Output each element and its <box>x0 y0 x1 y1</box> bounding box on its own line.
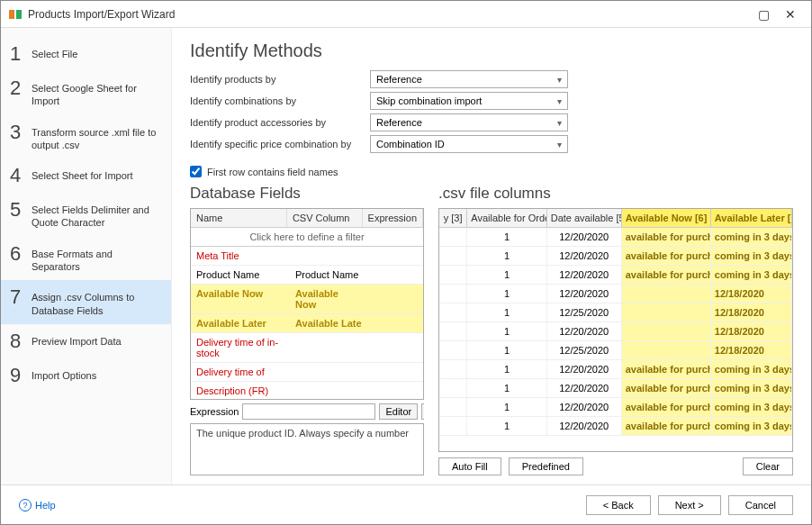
csv-cell: coming in 3 days <box>711 228 792 246</box>
step-label-1: Select File <box>32 44 162 60</box>
csv-col-header[interactable]: Available Later [7] <box>711 209 792 227</box>
help-link[interactable]: ? Help <box>19 499 56 511</box>
wizard-step-2[interactable]: 2Select Google Sheet for Import <box>1 71 171 115</box>
csv-row[interactable]: 112/20/202012/18/2020 <box>439 322 792 341</box>
csv-row[interactable]: 112/20/2020available for purchasecoming … <box>439 417 792 436</box>
csv-cell: 1 <box>467 341 546 359</box>
next-button[interactable]: Next > <box>658 495 721 515</box>
csv-cell <box>622 322 711 340</box>
csv-cell <box>439 266 467 284</box>
csv-cell: 12/18/2020 <box>711 285 792 303</box>
csv-cell: 12/18/2020 <box>711 303 792 321</box>
csv-cell: 1 <box>467 285 546 303</box>
csv-row[interactable]: 112/20/2020available for purchasecoming … <box>439 360 792 379</box>
csv-cell: 12/20/2020 <box>547 285 622 303</box>
db-cell-name: Product Name <box>191 266 290 284</box>
editor-button[interactable]: Editor <box>379 403 418 420</box>
back-button[interactable]: < Back <box>586 495 651 515</box>
csv-row[interactable]: 112/20/2020available for purchasecoming … <box>439 228 792 247</box>
db-row[interactable]: Available LaterAvailable Late <box>191 314 423 333</box>
db-cell-csv <box>290 363 367 381</box>
csv-cell <box>439 398 467 416</box>
db-cell-csv <box>290 333 367 362</box>
csv-cell <box>622 303 711 321</box>
db-row[interactable]: Meta Title <box>191 247 423 266</box>
wizard-step-5[interactable]: 5Select Fields Delimiter and Quote Chara… <box>1 193 171 237</box>
csv-cell <box>439 303 467 321</box>
first-row-checkbox[interactable] <box>190 166 202 177</box>
csv-cell: 12/20/2020 <box>547 379 622 397</box>
identify-select-2[interactable]: Reference▾ <box>370 113 568 131</box>
db-col-expr[interactable]: Expression <box>363 209 423 227</box>
step-label-2: Select Google Sheet for Import <box>32 78 162 108</box>
csv-row[interactable]: 112/25/202012/18/2020 <box>439 341 792 360</box>
csv-preview-grid[interactable]: y [3]Available for Order [4]Date availab… <box>438 208 793 452</box>
chevron-down-icon: ▾ <box>557 140 562 149</box>
wizard-step-8[interactable]: 8Preview Import Data <box>1 324 171 358</box>
identify-select-0[interactable]: Reference▾ <box>370 70 568 88</box>
chevron-down-icon: ▾ <box>557 96 562 106</box>
csv-cell: available for purchase <box>622 417 711 435</box>
wizard-step-9[interactable]: 9Import Options <box>1 358 171 393</box>
csv-col-header[interactable]: Date available [5] <box>547 209 622 227</box>
csv-cell: coming in 3 days <box>711 360 792 378</box>
csv-col-header[interactable]: Available for Order [4] <box>467 209 546 227</box>
csv-row[interactable]: 112/20/2020available for purchasecoming … <box>439 266 792 285</box>
step-number-8: 8 <box>10 331 32 351</box>
csv-cell: 12/20/2020 <box>547 247 622 265</box>
autofill-button[interactable]: Auto Fill <box>438 457 501 475</box>
csv-cell: coming in 3 days <box>711 398 792 416</box>
csv-cell: available for purchase <box>622 228 711 246</box>
db-col-name[interactable]: Name <box>191 209 287 227</box>
db-filter-row[interactable]: Click here to define a filter <box>191 228 423 247</box>
close-button[interactable]: ✕ <box>777 1 804 28</box>
expression-input[interactable] <box>242 403 375 420</box>
db-row[interactable]: Product NameProduct Name <box>191 266 423 285</box>
step-label-5: Select Fields Delimiter and Quote Charac… <box>32 200 162 230</box>
wizard-step-3[interactable]: 3Transform source .xml file to output .c… <box>1 115 171 159</box>
step-number-7: 7 <box>10 287 32 307</box>
maximize-button[interactable]: ▢ <box>750 1 777 28</box>
csv-cell <box>439 322 467 340</box>
csv-row[interactable]: 112/20/202012/18/2020 <box>439 285 792 303</box>
step-number-2: 2 <box>10 78 32 98</box>
db-row[interactable]: Delivery time of <box>191 363 423 382</box>
field-description: The unique product ID. Always specify a … <box>190 423 424 475</box>
db-col-csv[interactable]: CSV Column <box>287 209 363 227</box>
csv-columns-heading: .csv file columns <box>438 185 793 203</box>
footer: ? Help < Back Next > Cancel <box>1 484 811 524</box>
clear-button[interactable]: Clear <box>743 457 793 475</box>
step-number-4: 4 <box>10 166 32 186</box>
identify-select-1[interactable]: Skip combination import▾ <box>370 92 568 110</box>
csv-row[interactable]: 112/20/2020available for purchasecoming … <box>439 398 792 417</box>
wizard-step-7[interactable]: 7Assign .csv Columns to Database Fields <box>1 280 171 324</box>
db-cell-csv <box>290 382 367 399</box>
identify-select-3[interactable]: Combination ID▾ <box>370 135 568 153</box>
step-label-6: Base Formats and Separators <box>32 244 162 274</box>
db-cell-name: Meta Title <box>191 247 290 265</box>
db-row[interactable]: Available NowAvailable Now <box>191 285 423 314</box>
check-button[interactable]: Check <box>421 403 424 420</box>
csv-row[interactable]: 112/20/2020available for purchasecoming … <box>439 247 792 266</box>
csv-row[interactable]: 112/20/2020available for purchasecoming … <box>439 379 792 398</box>
identify-label-2: Identify product accessories by <box>190 117 370 128</box>
db-cell-name: Available Later <box>191 314 290 332</box>
wizard-step-4[interactable]: 4Select Sheet for Import <box>1 158 171 193</box>
csv-cell: 12/18/2020 <box>711 341 792 359</box>
identify-label-3: Identify specific price combination by <box>190 139 370 149</box>
csv-row[interactable]: 112/25/202012/18/2020 <box>439 303 792 322</box>
predefined-button[interactable]: Predefined <box>509 457 583 475</box>
first-row-label: First row contains field names <box>207 167 338 177</box>
wizard-step-6[interactable]: 6Base Formats and Separators <box>1 237 171 281</box>
cancel-button[interactable]: Cancel <box>728 495 793 515</box>
db-row[interactable]: Description (FR) <box>191 382 423 399</box>
csv-col-header[interactable]: Available Now [6] <box>622 209 711 227</box>
wizard-step-1[interactable]: 1Select File <box>1 37 171 71</box>
csv-col-header[interactable]: y [3] <box>439 209 467 227</box>
db-fields-grid[interactable]: Name CSV Column Expression Click here to… <box>190 208 424 400</box>
db-row[interactable]: Delivery time of in-stock <box>191 333 423 363</box>
step-number-9: 9 <box>10 366 32 385</box>
csv-cell <box>439 247 467 265</box>
csv-cell: 1 <box>467 303 546 321</box>
identify-heading: Identify Methods <box>190 41 793 61</box>
